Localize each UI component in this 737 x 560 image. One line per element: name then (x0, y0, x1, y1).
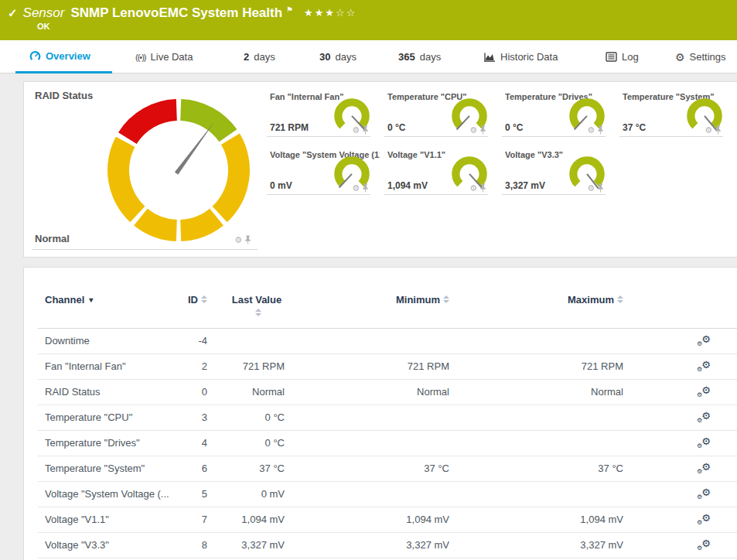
tile-actions: ⚙ (352, 183, 369, 193)
column-header-channel[interactable]: Channel ▾ (45, 294, 184, 306)
column-header-maximum[interactable]: Maximum (449, 294, 623, 306)
tile-actions: ⚙ (352, 125, 369, 135)
tab-overview-label: Overview (46, 50, 90, 62)
table-row-voltage-v3-3[interactable]: Voltage "V3.3" 8 3,327 mV 3,327 mV 3,327… (38, 533, 737, 558)
tile-pin-icon[interactable] (479, 183, 486, 193)
tile-pin-icon[interactable] (244, 235, 251, 244)
gauge-tile-voltage-system[interactable]: Voltage "System Voltage (12... 0 mV ⚙ (264, 144, 381, 195)
channel-settings-icon[interactable]: ⚙⚙ (697, 411, 711, 424)
tile-pin-icon[interactable] (715, 125, 722, 135)
channel-settings-icon[interactable]: ⚙⚙ (697, 360, 711, 373)
tab-bar: Overview ((•)) Live Data 2 days 30 days … (0, 40, 737, 73)
tab-365-days[interactable]: 365 days (398, 40, 441, 73)
gauge-title: Voltage "V1.1" (387, 150, 445, 159)
tile-gear-icon[interactable]: ⚙ (587, 126, 595, 135)
tile-pin-icon[interactable] (362, 183, 369, 193)
tab-historic-data[interactable]: Historic Data (483, 40, 558, 73)
cell-id: 6 (184, 463, 207, 474)
tab-365-days-label: days (420, 51, 441, 63)
cell-id: 7 (184, 514, 207, 525)
channel-settings-icon[interactable]: ⚙⚙ (697, 385, 711, 398)
column-header-channel-label: Channel (45, 294, 84, 306)
cell-last-value: 721 RPM (207, 360, 285, 372)
tile-gear-icon[interactable]: ⚙ (352, 126, 360, 135)
area-chart-icon (483, 52, 496, 63)
prtg-sensor-page: ✓ Sensor SNMP LenovoEMC System Health ⚑ … (0, 0, 737, 560)
channel-settings-icon[interactable]: ⚙⚙ (697, 436, 711, 449)
sort-desc-icon: ▾ (89, 295, 93, 304)
column-header-minimum[interactable]: Minimum (285, 294, 449, 306)
content-area: RAID Status Normal ⚙ (0, 73, 737, 560)
column-header-id[interactable]: ID (184, 294, 207, 306)
gauge-tile-fan-internal[interactable]: Fan "Internal Fan" 721 RPM ⚙ (264, 86, 381, 137)
raid-status-gauge-tile[interactable]: RAID Status Normal ⚙ (24, 82, 262, 257)
sort-icon (201, 295, 207, 305)
table-row-fan-internal[interactable]: Fan "Internal Fan" 2 721 RPM 721 RPM 721… (38, 354, 737, 380)
table-row-temp-drives[interactable]: Temperature "Drives" 4 0 °C ⚙⚙ (38, 431, 737, 456)
tile-pin-icon[interactable] (597, 125, 604, 135)
tab-log[interactable]: Log (606, 40, 639, 73)
cell-id: 3 (184, 411, 207, 423)
tile-pin-icon[interactable] (479, 125, 486, 135)
table-row-voltage-v1-1[interactable]: Voltage "V1.1" 7 1,094 mV 1,094 mV 1,094… (38, 507, 737, 533)
tab-log-label: Log (622, 51, 639, 63)
tab-2-days[interactable]: 2 days (244, 40, 275, 73)
tab-30-days-number: 30 (319, 51, 330, 63)
gauge-tile-temp-cpu[interactable]: Temperature "CPU" 0 °C ⚙ (381, 86, 499, 137)
tile-pin-icon[interactable] (597, 183, 604, 193)
tab-settings[interactable]: ⚙ Settings (675, 40, 726, 73)
cell-minimum: 1,094 mV (285, 514, 449, 525)
tile-actions: ⚙ (469, 183, 486, 193)
sensor-header: ✓ Sensor SNMP LenovoEMC System Health ⚑ … (0, 0, 737, 40)
raid-gauge (104, 96, 253, 248)
gauge-title: Voltage "V3.3" (505, 150, 563, 159)
table-row-temp-cpu[interactable]: Temperature "CPU" 3 0 °C ⚙⚙ (38, 405, 737, 431)
priority-stars[interactable]: ★★★☆☆ (304, 7, 357, 19)
gauge-tile-voltage-v1-1[interactable]: Voltage "V1.1" 1,094 mV ⚙ (381, 144, 499, 195)
cell-last-value: 0 mV (207, 488, 285, 500)
tile-gear-icon[interactable]: ⚙ (352, 184, 360, 193)
gauge-tile-temp-system[interactable]: Temperature "System" 37 °C ⚙ (616, 86, 734, 137)
cell-id: 2 (184, 360, 207, 372)
channel-settings-icon[interactable]: ⚙⚙ (697, 487, 711, 500)
channel-settings-icon[interactable]: ⚙⚙ (697, 538, 711, 551)
table-row-downtime[interactable]: Downtime -4 ⚙⚙ (38, 329, 737, 354)
tab-overview[interactable]: Overview (15, 40, 112, 73)
tile-gear-icon[interactable]: ⚙ (469, 126, 477, 135)
tile-gear-icon[interactable]: ⚙ (469, 184, 477, 193)
raid-gauge-value: Normal (35, 233, 70, 244)
cell-last-value: 37 °C (207, 463, 285, 474)
column-header-last-value[interactable]: Last Value (207, 294, 285, 320)
tab-live-data[interactable]: ((•)) Live Data (135, 40, 193, 73)
channel-settings-icon[interactable]: ⚙⚙ (697, 513, 711, 526)
sort-icon (443, 295, 449, 305)
cell-last-value: Normal (207, 386, 285, 398)
log-list-icon (606, 52, 617, 62)
tile-gear-icon[interactable]: ⚙ (705, 126, 712, 135)
cell-id: 5 (184, 488, 207, 500)
ok-check-icon: ✓ (8, 6, 18, 20)
table-row-temp-system[interactable]: Temperature "System" 6 37 °C 37 °C 37 °C… (38, 456, 737, 482)
tile-gear-icon[interactable]: ⚙ (234, 236, 242, 244)
tile-gear-icon[interactable]: ⚙ (587, 184, 595, 193)
tab-30-days[interactable]: 30 days (319, 40, 357, 73)
gear-icon: ⚙ (675, 52, 685, 63)
table-header-row: Channel ▾ ID Last Value Minimum Maximum (24, 268, 737, 320)
gauge-tile-temp-drives[interactable]: Temperature "Drives" 0 °C ⚙ (499, 86, 616, 137)
gauge-value: 0 °C (387, 122, 405, 133)
channel-settings-icon[interactable]: ⚙⚙ (697, 462, 711, 475)
gauge-value: 3,327 mV (505, 180, 545, 191)
priority-flag-icon: ⚑ (286, 5, 293, 14)
broadcast-icon: ((•)) (135, 53, 146, 62)
column-header-last-value-label: Last Value (232, 294, 281, 306)
cell-maximum: 37 °C (449, 463, 623, 474)
table-row-raid-status[interactable]: RAID Status 0 Normal Normal Normal ⚙⚙ (38, 380, 737, 405)
tile-actions: ⚙ (587, 125, 604, 135)
cell-channel: Temperature "CPU" (45, 411, 184, 423)
tile-pin-icon[interactable] (362, 125, 369, 135)
channel-settings-icon[interactable]: ⚙⚙ (697, 334, 711, 347)
tile-actions: ⚙ (587, 183, 604, 193)
column-header-minimum-label: Minimum (396, 294, 440, 306)
gauge-tile-voltage-v3-3[interactable]: Voltage "V3.3" 3,327 mV ⚙ (499, 144, 616, 195)
table-row-voltage-system[interactable]: Voltage "System Voltage (... 5 0 mV ⚙⚙ (38, 482, 737, 507)
